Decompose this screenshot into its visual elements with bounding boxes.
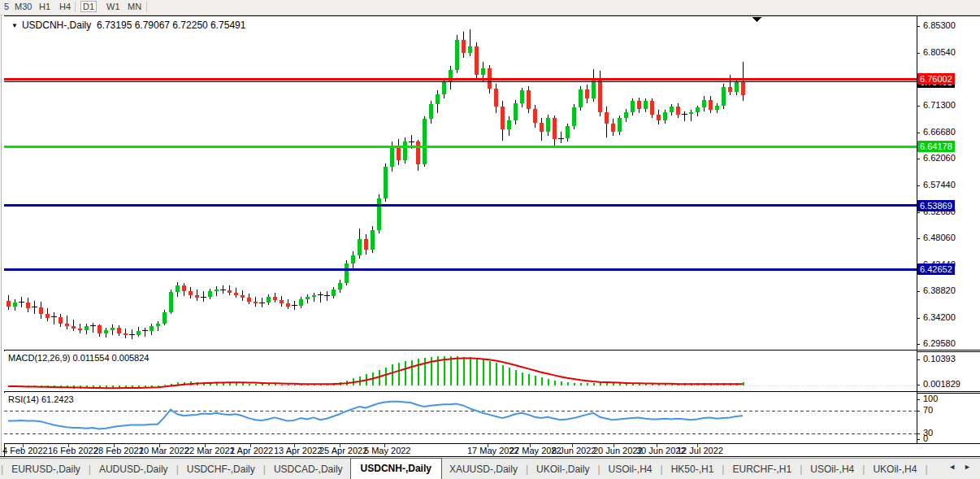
timeframe-button-h1[interactable]: H1 [37,1,53,12]
candle-body [631,101,635,112]
candle-body [553,118,557,139]
candle-body [182,285,186,290]
time-axis-tick [614,444,614,447]
date-label: 1 Apr 2022 [230,446,273,455]
candle-body [468,46,472,53]
timeframe-button-5[interactable]: 5 [2,1,11,12]
candle-body [358,239,362,255]
chart-tab-eurchfh1-9[interactable]: EURCHF-,H1 [725,459,799,479]
chart-tab-usoilh4-7[interactable]: USOil-,H4 [601,459,660,479]
tab-scroll-left-icon[interactable]: ◄ [944,463,960,471]
candle-body [572,107,576,126]
symbol-label: USDCNH-,Daily [22,20,91,31]
chart-tab-usoilh4-10[interactable]: USOil-,H4 [803,459,861,479]
window-left-edge [1,15,2,457]
arrow-down-annotation[interactable] [752,17,761,22]
y-axis-tick [917,53,920,54]
candle-body [390,146,394,168]
chart-tab-xauusddaily-5[interactable]: XAUUSD-,Daily [442,459,525,479]
y-axis-label: 6.29580 [923,338,956,348]
rsi-axis-label: 0 [923,433,928,443]
y-axis-tick [917,318,920,319]
candle-body [208,291,212,297]
candle-body [176,285,180,292]
price-macd-separator[interactable] [4,350,980,351]
chart-tab-usdchfdaily-2[interactable]: USDCHF-,Daily [180,459,262,479]
candle-body [332,290,336,296]
macd-pane[interactable]: MACD(12,26,9) 0.011554 0.005824 [4,351,917,391]
chart-tab-hk50h1-8[interactable]: HK50-,H1 [664,459,722,479]
candle-body [403,142,407,160]
candle-body [481,68,485,75]
candle-body [39,307,43,314]
candle-body [670,107,674,112]
time-axis-tick [205,444,206,447]
chart-tab-usdcaddaily-3[interactable]: USDCAD-,Daily [267,459,350,479]
candle-body [546,118,550,132]
chart-tab-audusddaily-1[interactable]: AUDUSD-,Daily [92,459,176,479]
macd-rsi-separator[interactable] [4,391,980,392]
candle-body [494,89,498,107]
dropdown-arrow-icon[interactable]: ▼ [11,22,18,29]
candle-body [579,89,583,107]
candle-body [663,112,667,120]
candle-body [111,328,115,331]
y-axis-tick [917,212,920,213]
date-label: 16 Feb 2022 [48,446,98,455]
date-label: 4 Feb 2022 [2,446,48,455]
timeframe-button-mn[interactable]: MN [125,1,144,12]
candle-body [657,115,661,120]
chart-tab-eurusddaily-0[interactable]: EURUSD-,Daily [4,459,88,479]
candle-body [462,40,466,53]
rsi-label: RSI(14) 61.2423 [8,394,74,404]
candle-body [351,255,355,263]
timeframe-button-m30[interactable]: M30 [12,1,34,12]
chart-tab-ukoilh4-11[interactable]: UKOil-,H4 [865,459,924,479]
price-badge-6.64178: 6.64178 [917,141,955,152]
candle-body [540,123,544,132]
y-axis-tick [917,344,920,345]
candle-body [241,295,245,298]
time-axis-tick [572,444,573,447]
candle-body [286,303,290,307]
rsi-canvas[interactable] [4,393,917,443]
candle-body [722,87,726,105]
ohlc-values: 6.73195 6.79067 6.72250 6.75491 [97,20,246,31]
candle-body [345,263,349,283]
date-label: 28 Feb 2022 [93,446,144,455]
candle-body [715,106,719,111]
candle-body [442,82,446,94]
candle-body [423,119,427,163]
horizontal-lines-group[interactable] [4,79,917,269]
candle-body [566,126,570,138]
chart-tab-usdcnhdaily-4[interactable]: USDCNH-,Daily [350,458,442,479]
tab-scroll-right-icon[interactable]: ► [960,463,975,471]
candle-body [475,46,479,74]
price-badge-6.76002: 6.76002 [917,73,955,85]
chart-tab-ukoildaily-6[interactable]: UKOil-,Daily [529,459,596,479]
tab-scroll-arrows: ◄► [944,463,975,471]
y-axis-label: 6.34200 [923,312,956,322]
candle-body [85,326,89,330]
rsi-pane[interactable]: RSI(14) 61.2423 [4,393,917,443]
candle-body [78,329,82,330]
candle-body [644,101,648,109]
candle-body [280,300,284,303]
price-badge-6.42652: 6.42652 [917,263,955,275]
timeframe-button-d1[interactable]: D1 [80,1,97,12]
y-axis-tick [917,106,920,107]
y-axis-label: 6.66680 [923,127,956,137]
y-axis-label: 6.62060 [923,153,956,163]
candle-body [117,328,121,333]
candle-body [689,112,693,114]
candle-body [247,298,251,302]
candle-body [234,293,238,295]
timeframe-button-h4[interactable]: H4 [57,1,73,12]
candle-body [312,295,316,297]
price-chart-canvas[interactable] [4,16,917,350]
time-axis-tick [159,444,160,447]
rsi-axis-tick [917,439,920,440]
y-axis-tick [917,159,920,159]
price-pane[interactable]: ▼USDCNH-,Daily 6.73195 6.79067 6.72250 6… [4,16,917,350]
timeframe-button-w1[interactable]: W1 [104,1,123,12]
